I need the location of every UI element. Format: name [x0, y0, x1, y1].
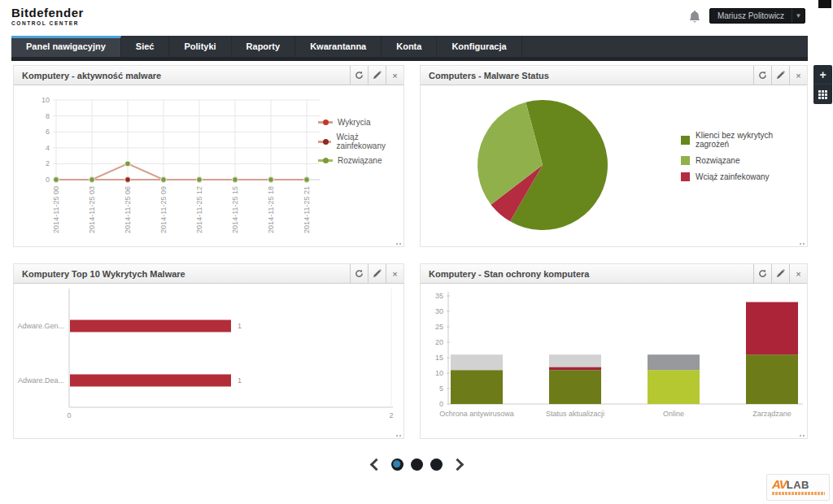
- stacked-bar-chart: 05101520253035Ochrona antywirusowaStatus…: [421, 284, 807, 438]
- panel-top-malware: Komputery Top 10 Wykrytych Malware × 02A…: [13, 263, 404, 439]
- refresh-icon[interactable]: [350, 264, 368, 283]
- svg-text:20: 20: [435, 338, 443, 346]
- legend-item: Wciąż zainfekowany: [318, 133, 403, 150]
- edit-icon[interactable]: [368, 66, 386, 85]
- nav-tab-3[interactable]: Raporty: [232, 36, 296, 57]
- nav-tab-6[interactable]: Konfiguracja: [437, 36, 521, 57]
- svg-text:Online: Online: [663, 410, 684, 418]
- pager-prev-icon[interactable]: [369, 458, 382, 471]
- legend-item: Wykrycia: [318, 118, 403, 127]
- nav-tab-2[interactable]: Polityki: [169, 36, 231, 57]
- close-icon[interactable]: ×: [386, 66, 403, 85]
- svg-text:2: 2: [389, 411, 393, 419]
- svg-text:Zarządzane: Zarządzane: [752, 410, 792, 418]
- panel-header[interactable]: Computers - Malware Status ×: [421, 66, 807, 85]
- close-icon[interactable]: ×: [386, 264, 403, 283]
- edit-icon[interactable]: [368, 264, 386, 283]
- svg-text:15: 15: [435, 354, 443, 362]
- refresh-icon[interactable]: [753, 66, 771, 85]
- svg-text:2014-11-25 06: 2014-11-25 06: [124, 186, 132, 233]
- edit-icon[interactable]: [771, 66, 789, 85]
- svg-text:35: 35: [435, 292, 443, 300]
- svg-text:10: 10: [435, 369, 443, 377]
- svg-text:2014-11-25 09: 2014-11-25 09: [159, 186, 168, 233]
- svg-text:2014-11-25 03: 2014-11-25 03: [88, 186, 96, 233]
- svg-text:4: 4: [46, 144, 50, 152]
- dashboard-tools: +: [813, 65, 832, 104]
- svg-text:5: 5: [439, 385, 443, 393]
- avlab-watermark: AV LAB: [766, 474, 830, 501]
- add-widget-button[interactable]: +: [813, 65, 832, 85]
- svg-text:2014-11-25 18: 2014-11-25 18: [267, 186, 275, 233]
- legend-item: Wciąż zainfekowany: [681, 172, 807, 181]
- nav-tab-1[interactable]: Sieć: [121, 36, 170, 57]
- dashboard-page: Bitdefender CONTROL CENTER Mariusz Polit…: [0, 0, 833, 504]
- pager-dot-2[interactable]: [430, 458, 443, 471]
- corner-decoration: [818, 0, 831, 8]
- avlab-tagline: [772, 492, 825, 495]
- nav-tab-5[interactable]: Konta: [382, 36, 437, 57]
- panel-protection-status: Komputery - Stan ochrony komputera × 051…: [420, 263, 808, 439]
- nav-tab-0[interactable]: Panel nawigacyjny: [11, 36, 121, 57]
- svg-text:1: 1: [238, 376, 242, 385]
- pager-next-icon[interactable]: [451, 458, 464, 471]
- legend-item: Rozwiązane: [318, 156, 403, 165]
- panel-header[interactable]: Komputery Top 10 Wykrytych Malware ×: [14, 264, 403, 284]
- svg-text:Adware.Gen...: Adware.Gen...: [17, 322, 64, 330]
- line-chart-legend: Wykrycia Wciąż zainfekowany Rozwiązane: [318, 118, 403, 171]
- panel-header[interactable]: Komputery - Stan ochrony komputera ×: [421, 264, 807, 284]
- legend-item: Rozwiązane: [681, 156, 807, 165]
- svg-text:10: 10: [41, 96, 50, 104]
- panel-malware-status: Computers - Malware Status × Klienci bez…: [420, 65, 808, 247]
- edit-icon[interactable]: [771, 264, 789, 283]
- panel-title: Komputery - aktywność malware: [14, 71, 350, 80]
- layout-grid-button[interactable]: [813, 85, 832, 104]
- panel-malware-activity: Komputery - aktywność malware × 02468102…: [13, 65, 404, 247]
- avlab-logo-lab: LAB: [787, 479, 809, 491]
- panel-header[interactable]: Komputery - aktywność malware ×: [14, 66, 403, 85]
- dashboard-pager: [0, 450, 833, 478]
- pager-dot-1[interactable]: [411, 458, 423, 471]
- refresh-icon[interactable]: [753, 264, 771, 283]
- svg-text:8: 8: [46, 112, 50, 120]
- nav-bottom-strip: [11, 57, 808, 61]
- refresh-icon[interactable]: [350, 66, 368, 85]
- logo-title: Bitdefender: [11, 6, 84, 20]
- close-icon[interactable]: ×: [789, 264, 807, 283]
- nav-tab-4[interactable]: Kwarantanna: [295, 36, 382, 57]
- svg-text:6: 6: [46, 128, 50, 136]
- user-dropdown[interactable]: Mariusz Politowicz ▼: [709, 8, 805, 24]
- svg-text:1: 1: [238, 322, 242, 330]
- app-header: Bitdefender CONTROL CENTER Mariusz Polit…: [0, 0, 833, 34]
- svg-text:0: 0: [439, 400, 443, 408]
- avlab-logo-av: AV: [772, 477, 787, 491]
- notifications-bell-icon[interactable]: [688, 10, 701, 24]
- logo-subtitle: CONTROL CENTER: [11, 20, 84, 26]
- svg-text:0: 0: [67, 411, 71, 419]
- svg-text:Ochrona antywirusowa: Ochrona antywirusowa: [439, 410, 514, 418]
- caret-down-icon: ▼: [792, 9, 805, 23]
- svg-text:2014-11-25 00: 2014-11-25 00: [52, 186, 60, 233]
- grid-icon: [818, 90, 827, 99]
- svg-text:Adware.Dea...: Adware.Dea...: [18, 376, 64, 385]
- pie-chart-legend: Klienci bez wykrytych zagrożeńRozwiązane…: [681, 131, 807, 189]
- hbar-chart: 02Adware.Gen...1Adware.Dea...1: [14, 284, 403, 438]
- close-icon[interactable]: ×: [789, 66, 807, 85]
- user-name: Mariusz Politowicz: [710, 11, 792, 20]
- svg-text:Status aktualizacji: Status aktualizacji: [546, 410, 604, 418]
- svg-text:2014-11-25 12: 2014-11-25 12: [195, 186, 203, 233]
- legend-item: Klienci bez wykrytych zagrożeń: [681, 131, 807, 149]
- svg-text:0: 0: [46, 176, 50, 184]
- svg-text:25: 25: [435, 323, 443, 331]
- panel-title: Komputery Top 10 Wykrytych Malware: [14, 269, 350, 279]
- svg-text:2014-11-25 15: 2014-11-25 15: [231, 186, 239, 233]
- panel-title: Komputery - Stan ochrony komputera: [421, 269, 753, 279]
- panel-title: Computers - Malware Status: [421, 71, 753, 80]
- line-chart: 02468102014-11-25 002014-11-25 032014-11…: [14, 85, 403, 246]
- svg-text:30: 30: [435, 307, 443, 315]
- pager-dot-0[interactable]: [391, 458, 403, 471]
- main-nav: Panel nawigacyjnySiećPolitykiRaportyKwar…: [11, 36, 808, 61]
- svg-text:2: 2: [46, 159, 50, 167]
- bitdefender-logo: Bitdefender CONTROL CENTER: [11, 6, 84, 26]
- pie-chart: Klienci bez wykrytych zagrożeńRozwiązane…: [421, 85, 807, 246]
